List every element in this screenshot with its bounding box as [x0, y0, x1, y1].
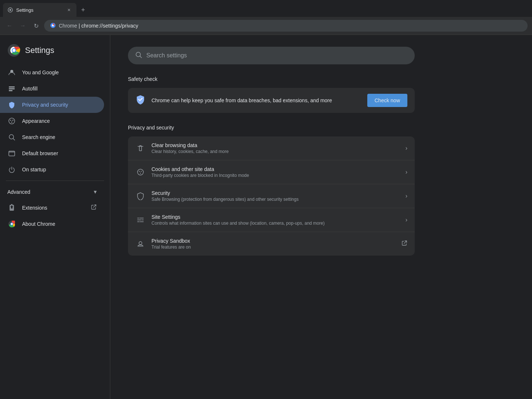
svg-point-29 — [140, 173, 141, 174]
security-shield-icon — [135, 192, 146, 200]
sidebar-item-advanced[interactable]: Advanced ▾ — [0, 184, 104, 200]
cookies-icon — [135, 168, 146, 176]
sidebar-label-on-startup: On startup — [22, 167, 46, 172]
chevron-right-icon-2: › — [406, 193, 407, 199]
tab-settings-icon — [7, 7, 13, 13]
tab-bar: Settings ✕ + — [0, 0, 532, 17]
svg-rect-11 — [9, 90, 13, 91]
advanced-label: Advanced — [7, 189, 30, 195]
sidebar-item-search-engine[interactable]: Search engine — [0, 129, 104, 145]
privacy-sandbox-subtitle: Trial features are on — [151, 245, 396, 250]
sidebar-item-you-and-google[interactable]: You and Google — [0, 64, 104, 81]
sidebar: Settings You and Google Autofill — [0, 35, 110, 399]
chevron-right-icon-1: › — [406, 169, 407, 175]
sidebar-label-autofill: Autofill — [22, 86, 38, 92]
trash-icon — [135, 144, 146, 152]
svg-point-27 — [139, 171, 140, 172]
check-now-button[interactable]: Check now — [367, 94, 407, 107]
main-content: Safety check Chrome can help keep you sa… — [110, 35, 532, 399]
sidebar-item-appearance[interactable]: Appearance — [0, 113, 104, 129]
cookies-subtitle: Third-party cookies are blocked in Incog… — [151, 173, 400, 178]
search-icon — [135, 51, 142, 60]
site-settings-title: Site Settings — [151, 214, 400, 220]
tab-close-button[interactable]: ✕ — [65, 7, 72, 13]
sidebar-label-extensions: Extensions — [22, 205, 47, 211]
privacy-sandbox-item[interactable]: Privacy Sandbox Trial features are on — [128, 232, 415, 256]
search-input[interactable] — [146, 52, 407, 59]
sidebar-item-about-chrome[interactable]: About Chrome — [0, 216, 104, 232]
tab-title: Settings — [16, 7, 63, 13]
svg-rect-19 — [9, 151, 15, 153]
svg-line-17 — [13, 139, 15, 140]
extensions-icon — [7, 204, 16, 211]
svg-point-13 — [10, 120, 11, 121]
chevron-down-icon: ▾ — [94, 188, 97, 195]
palette-icon — [7, 117, 16, 125]
security-content: Security Safe Browsing (protection from … — [151, 190, 400, 202]
site-settings-item[interactable]: Site Settings Controls what information … — [128, 208, 415, 232]
sidebar-item-on-startup[interactable]: On startup — [0, 161, 104, 178]
chrome-logo — [7, 44, 21, 57]
site-settings-icon — [135, 216, 146, 224]
refresh-button[interactable]: ↻ — [31, 21, 41, 31]
svg-line-20 — [93, 205, 96, 207]
sidebar-label-about-chrome: About Chrome — [22, 221, 55, 227]
address-url-text: chrome://settings/privacy — [81, 23, 138, 29]
sidebar-label-default-browser: Default browser — [22, 150, 58, 156]
sidebar-item-autofill[interactable]: Autofill — [0, 81, 104, 97]
privacy-section-title: Privacy and security — [128, 125, 514, 131]
forward-button[interactable]: → — [18, 21, 28, 31]
settings-header: Settings — [0, 41, 110, 64]
settings-page-title: Settings — [25, 46, 54, 55]
settings-container: Settings You and Google Autofill — [0, 35, 532, 399]
clear-browsing-data-content: Clear browsing data Clear history, cooki… — [151, 142, 400, 154]
clear-browsing-data-subtitle: Clear history, cookies, cache, and more — [151, 149, 400, 154]
search-bar — [128, 47, 415, 64]
svg-rect-10 — [9, 88, 15, 89]
sidebar-label-appearance: Appearance — [22, 118, 50, 124]
settings-tab[interactable]: Settings ✕ — [3, 3, 76, 17]
address-text: Chrome | chrome://settings/privacy — [59, 23, 138, 29]
svg-point-26 — [138, 169, 143, 175]
chevron-right-icon-3: › — [406, 217, 407, 223]
sidebar-item-default-browser[interactable]: Default browser — [0, 145, 104, 161]
security-subtitle: Safe Browsing (protection from dangerous… — [151, 197, 400, 202]
sidebar-item-extensions[interactable]: Extensions — [0, 200, 104, 216]
chevron-right-icon-0: › — [406, 145, 407, 152]
svg-point-7 — [13, 49, 15, 52]
site-settings-content: Site Settings Controls what information … — [151, 214, 400, 226]
security-title: Security — [151, 190, 400, 196]
clear-browsing-data-title: Clear browsing data — [151, 142, 400, 148]
chrome-icon — [7, 220, 16, 228]
svg-point-14 — [13, 120, 14, 121]
security-item[interactable]: Security Safe Browsing (protection from … — [128, 184, 415, 208]
clear-browsing-data-item[interactable]: Clear browsing data Clear history, cooki… — [128, 136, 415, 160]
privacy-sandbox-title: Privacy Sandbox — [151, 238, 396, 244]
external-icon-sandbox — [401, 240, 407, 247]
svg-point-15 — [11, 122, 13, 123]
new-tab-button[interactable]: + — [78, 5, 88, 15]
sidebar-label-you-and-google: You and Google — [22, 70, 59, 75]
svg-point-12 — [9, 118, 15, 124]
address-bar-row: ← → ↻ Chrome | chrome://settings/privacy — [0, 17, 532, 35]
sidebar-label-privacy: Privacy and security — [22, 102, 68, 108]
svg-point-23 — [11, 223, 13, 225]
safety-check-description: Chrome can help keep you safe from data … — [151, 97, 361, 103]
sidebar-label-search-engine: Search engine — [22, 134, 55, 140]
address-bar[interactable]: Chrome | chrome://settings/privacy — [44, 20, 528, 32]
cookies-title: Cookies and other site data — [151, 166, 400, 172]
safety-check-card: Chrome can help keep you safe from data … — [128, 88, 415, 113]
back-button[interactable]: ← — [4, 21, 15, 31]
cookies-content: Cookies and other site data Third-party … — [151, 166, 400, 178]
autofill-icon — [7, 85, 16, 92]
sidebar-item-privacy-and-security[interactable]: Privacy and security — [0, 97, 104, 113]
site-settings-subtitle: Controls what information sites can use … — [151, 221, 400, 226]
browser-chrome: Settings ✕ + ← → ↻ Chrome | chrome://set… — [0, 0, 532, 35]
cookies-item[interactable]: Cookies and other site data Third-party … — [128, 160, 415, 184]
safety-shield-icon — [135, 94, 146, 107]
svg-rect-9 — [9, 86, 15, 88]
privacy-sandbox-content: Privacy Sandbox Trial features are on — [151, 238, 396, 250]
svg-point-37 — [139, 242, 142, 245]
sandbox-icon — [135, 240, 146, 248]
address-site-name: Chrome — [59, 23, 77, 29]
